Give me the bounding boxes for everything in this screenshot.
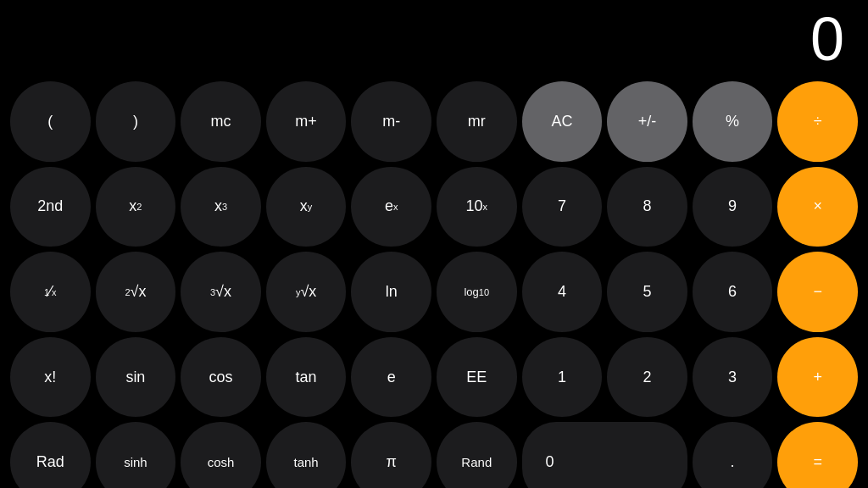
- eight-button[interactable]: 8: [607, 167, 687, 247]
- equals-button[interactable]: =: [777, 422, 858, 488]
- display-value: 0: [810, 8, 844, 69]
- ee-button[interactable]: EE: [437, 337, 517, 418]
- percent-button[interactable]: %: [693, 81, 773, 162]
- sinh-button[interactable]: sinh: [96, 422, 176, 488]
- second-button[interactable]: 2nd: [10, 167, 91, 247]
- two-button[interactable]: 2: [607, 337, 687, 418]
- ln-button[interactable]: ln: [351, 252, 431, 332]
- sqrt-x-button[interactable]: 2√x: [96, 252, 176, 332]
- factorial-button[interactable]: x!: [10, 337, 91, 418]
- decimal-button[interactable]: .: [693, 422, 773, 488]
- e-to-x-button[interactable]: ex: [351, 167, 431, 247]
- mr-button[interactable]: mr: [437, 81, 517, 162]
- one-over-x-button[interactable]: 1⁄x: [10, 252, 91, 332]
- cos-button[interactable]: cos: [181, 337, 261, 418]
- rand-button[interactable]: Rand: [437, 422, 517, 488]
- y-root-x-button[interactable]: y√x: [266, 252, 347, 332]
- mc-button[interactable]: mc: [181, 81, 261, 162]
- rad-button[interactable]: Rad: [10, 422, 91, 488]
- paren-open-button[interactable]: (: [10, 81, 91, 162]
- tan-button[interactable]: tan: [266, 337, 347, 418]
- sin-button[interactable]: sin: [96, 337, 176, 418]
- seven-button[interactable]: 7: [522, 167, 603, 247]
- tanh-button[interactable]: tanh: [266, 422, 347, 488]
- calculator-grid: ()mcm+m-mrAC+/-%÷2ndx2x3xyex10x789×1⁄x2√…: [0, 76, 868, 488]
- log10-button[interactable]: log10: [437, 252, 517, 332]
- multiply-button[interactable]: ×: [777, 167, 858, 247]
- display-area: 0: [0, 0, 868, 76]
- divide-button[interactable]: ÷: [777, 81, 858, 162]
- euler-button[interactable]: e: [351, 337, 431, 418]
- x-squared-button[interactable]: x2: [96, 167, 176, 247]
- paren-close-button[interactable]: ): [96, 81, 176, 162]
- subtract-button[interactable]: −: [777, 252, 858, 332]
- cbrt-x-button[interactable]: 3√x: [181, 252, 261, 332]
- m-minus-button[interactable]: m-: [351, 81, 431, 162]
- six-button[interactable]: 6: [693, 252, 773, 332]
- four-button[interactable]: 4: [522, 252, 603, 332]
- m-plus-button[interactable]: m+: [266, 81, 347, 162]
- nine-button[interactable]: 9: [693, 167, 773, 247]
- pi-button[interactable]: π: [351, 422, 431, 488]
- cosh-button[interactable]: cosh: [181, 422, 261, 488]
- add-button[interactable]: +: [777, 337, 858, 418]
- ten-to-x-button[interactable]: 10x: [437, 167, 517, 247]
- x-to-y-button[interactable]: xy: [266, 167, 347, 247]
- five-button[interactable]: 5: [607, 252, 687, 332]
- zero-button[interactable]: 0: [522, 422, 687, 488]
- plus-minus-button[interactable]: +/-: [607, 81, 687, 162]
- ac-button[interactable]: AC: [522, 81, 603, 162]
- one-button[interactable]: 1: [522, 337, 603, 418]
- x-cubed-button[interactable]: x3: [181, 167, 261, 247]
- three-button[interactable]: 3: [693, 337, 773, 418]
